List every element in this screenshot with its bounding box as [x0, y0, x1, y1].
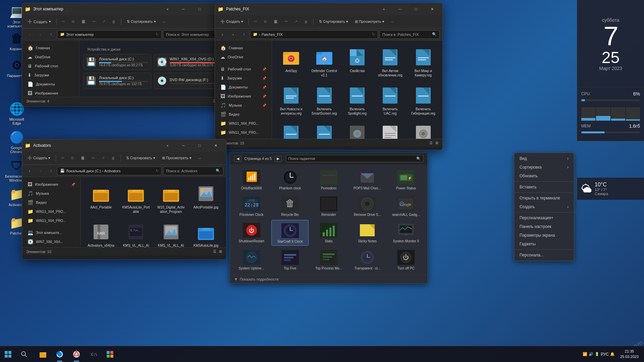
create-button[interactable]: ➕ Создать ▾ [25, 18, 54, 25]
act-forward[interactable]: › [36, 166, 45, 176]
act-rename[interactable]: ✏ [89, 155, 98, 162]
sidebar-item-home[interactable]: 🏠Главная [23, 44, 77, 52]
taskbar-chrome[interactable] [68, 346, 85, 362]
sort-button[interactable]: ⇅ Сортировать ▾ [124, 18, 159, 25]
act-close[interactable]: ✕ [208, 139, 223, 152]
patches-sort-btn[interactable]: ⇅ Сортировать ▾ [316, 18, 351, 25]
act-view-list[interactable]: ☰ [213, 249, 216, 254]
cut-button[interactable]: ✂ [59, 18, 68, 25]
patches-view-btn[interactable]: ⊞ Просмотреть ▾ [352, 18, 387, 25]
tray-network-icon[interactable]: 📶 [583, 352, 587, 356]
gadget-top-process[interactable]: Top Process Mo... [310, 247, 347, 272]
file-w10-digital[interactable]: W10_Digital_Activation_Program [155, 181, 187, 217]
sidebar-item-desktop[interactable]: 🖥Рабочий стол [23, 62, 77, 70]
gadget-pricetown-clock[interactable]: 22:2810:28 Pricetown Clock [233, 193, 270, 219]
gadget-stats[interactable]: Stats [310, 220, 347, 246]
back-button[interactable]: ‹ [25, 30, 34, 39]
file-reset[interactable]: Сброс [408, 121, 438, 139]
gadget-shutdown[interactable]: ⏻ ShutdownRestart [233, 220, 270, 246]
act-win11-2[interactable]: 📁WIN11_X64_PRO... [23, 216, 79, 225]
tray-volume-icon[interactable]: 🔊 [589, 352, 593, 356]
patches-minimize[interactable]: ─ [392, 3, 408, 15]
disk-d[interactable]: 💽 WIN7_X86_X64_OVG (D:) 3,00 ГБ свободно… [154, 54, 222, 70]
file-spotlight[interactable]: Включить Spotlight.reg [342, 83, 372, 118]
forward-button[interactable]: › [36, 30, 45, 39]
patches-view-grid[interactable]: ⊞ [435, 141, 438, 145]
act-minimize[interactable]: ─ [176, 139, 191, 152]
refresh-icon[interactable]: ↻ [156, 32, 159, 37]
file-antispy[interactable]: 🛡 AntiSpy [276, 45, 306, 80]
act-this-computer[interactable]: 💻Этот компьюте... [23, 228, 79, 237]
patches-more-btn[interactable]: ··· [388, 18, 397, 25]
patches-new-tab[interactable]: ＋ [376, 3, 391, 15]
gadget-onlyblackwifi[interactable]: 📶 OnlyBlackWifi [233, 167, 270, 192]
patches-up[interactable]: ↑ [239, 30, 249, 39]
act-maximize[interactable]: □ [192, 139, 207, 152]
minimize-button[interactable]: ─ [176, 3, 191, 15]
new-tab-button[interactable]: ＋ [160, 3, 175, 15]
file-svoistva[interactable]: Свойства [342, 45, 372, 80]
gadget-transparent-clock[interactable]: Transparent - cl... [349, 247, 386, 272]
file-kmslite-jpg[interactable]: KMSAutoLite.jpg [190, 219, 222, 247]
sidebar-item-downloads[interactable]: ⬇Загрузки [23, 71, 77, 79]
more-button[interactable]: ··· [160, 18, 168, 25]
ctx-personalization[interactable]: Персонала... [514, 251, 574, 259]
patches-downloads[interactable]: ⬇Загрузки📌 [216, 74, 270, 82]
ctx-personalization-plus[interactable]: Персонализация+ [514, 214, 574, 222]
act-refresh[interactable]: ↻ [156, 169, 159, 173]
ctx-display[interactable]: Параметры экрана [514, 231, 574, 240]
tray-notification-icon[interactable]: 🔔 [610, 352, 615, 356]
taskbar-search-button[interactable] [16, 346, 32, 362]
patches-video[interactable]: 🎬Видео [216, 110, 270, 119]
file-telemetry[interactable]: Включить Телеметрия.reg [276, 121, 306, 139]
share-button[interactable]: ↗ [100, 18, 108, 25]
gadget-top-five[interactable]: Top Five [271, 247, 309, 272]
file-news[interactable]: Вкл Новости и интересы.reg [276, 83, 306, 118]
paste-button[interactable]: 📋 [78, 18, 89, 25]
act-copy[interactable]: ⧉ [68, 155, 76, 162]
act-view[interactable]: ⊞ Просмотреть ▾ [159, 155, 194, 162]
ctx-paste[interactable]: Вставить [514, 183, 574, 191]
gadget-pomodoro[interactable]: Pomodoro [310, 167, 347, 192]
patches-share-btn[interactable]: ↗ [292, 18, 300, 25]
gadget-power-status[interactable]: ⚡ Power Status [387, 167, 425, 192]
ctx-terminal[interactable]: Открыть в терминале [514, 194, 574, 202]
patches-back[interactable]: ‹ [218, 30, 227, 39]
maximize-button[interactable]: □ [192, 3, 207, 15]
patches-forward[interactable]: › [228, 30, 238, 39]
patches-music[interactable]: 🎵Музыка📌 [216, 101, 270, 110]
act-images[interactable]: 🖼Изображения📌 [23, 180, 79, 189]
tray-lang[interactable]: РУС [601, 352, 609, 357]
act-network[interactable]: 🌐Сеть [23, 246, 79, 247]
taskbar-terminal[interactable]: C:\> [85, 346, 101, 362]
sidebar-item-images[interactable]: 🖼Изображения [23, 89, 77, 97]
start-button[interactable] [0, 346, 16, 362]
copy-button[interactable]: ⧉ [69, 18, 77, 25]
ctx-panel[interactable]: Панель настроек [514, 222, 574, 231]
gadget-uptime[interactable]: System Uptime... [233, 247, 270, 272]
gadget-recycle[interactable]: 🗑 Recycle Bin [271, 193, 309, 219]
disk-c[interactable]: 💾 Локальный диск (C:) 74,6 ГБ свободно и… [83, 54, 151, 70]
ctx-sort[interactable]: Сортировка› [514, 163, 574, 172]
address-bar[interactable]: 📁 Этот компьютер ↻ [57, 30, 162, 39]
patches-home[interactable]: 🏠Главная [216, 44, 270, 52]
search-bar[interactable]: Поиск в: Этот компьютер 🔍 [163, 30, 223, 39]
taskbar-clock[interactable]: 21:35 25.03.2023 [618, 349, 641, 359]
file-hibernation[interactable]: Включить Гибернация.reg [408, 83, 438, 118]
act-video[interactable]: 🎬Видео [23, 198, 79, 207]
file-kmsauto-portable[interactable]: KMSAutoLite_Portable [120, 181, 152, 217]
patches-images[interactable]: 🖼Изображения📌 [216, 92, 270, 101]
act-address[interactable]: 💾 Локальный диск (C:) › Activators ↻ [57, 167, 162, 175]
act-search-bar[interactable]: Поиск в: Activators 🔍 [163, 167, 223, 175]
patches-rename-btn[interactable]: ✏ [282, 18, 290, 25]
gadget-remove-drive[interactable]: Remove Drive S... [349, 193, 386, 219]
patches-paste-btn[interactable]: 📋 [271, 18, 281, 25]
gadget-pop3[interactable]: POP3 Mail Chec... [349, 167, 386, 192]
ctx-gadgets[interactable]: Гаджеты [514, 240, 574, 248]
patches-win11-1[interactable]: 📁WIN11_X64_PRO... [216, 119, 270, 128]
patches-cut-btn[interactable]: ✂ [252, 18, 260, 25]
act-create-btn[interactable]: ➕ Создать ▾ [25, 155, 53, 162]
act-up[interactable]: ↑ [46, 166, 56, 176]
gadgets-nav-prev[interactable]: ◀ [234, 156, 241, 162]
act-disk-d[interactable]: 💽WIN7_X86_X64... [23, 237, 79, 246]
